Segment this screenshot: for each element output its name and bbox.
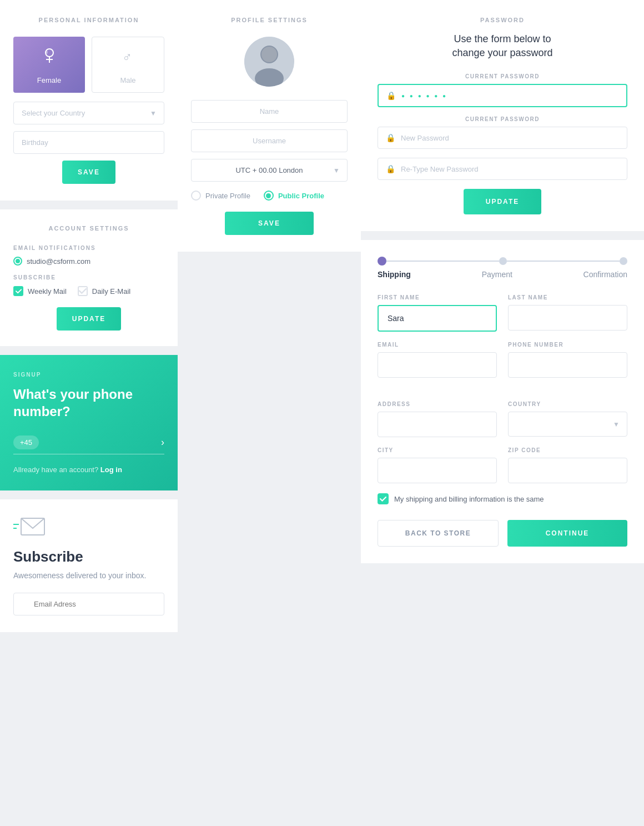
first-name-label: FIRST NAME [378, 294, 497, 301]
account-settings-title: ACCOUNT SETTINGS [13, 225, 164, 232]
retype-password-field: 🔒 Re-Type New Password [378, 158, 627, 180]
first-name-group: FIRST NAME [378, 294, 497, 332]
personal-info-title: PERSONAL INFORMATION [13, 17, 164, 23]
left-column: PERSONAL INFORMATION ♀ Female ♂ [0, 0, 178, 637]
step-dot-confirmation [620, 257, 627, 265]
address-input[interactable] [378, 412, 497, 437]
phone-text-input[interactable] [44, 438, 161, 447]
account-settings-panel: ACCOUNT SETTINGS EMAIL NOTIFICATIONS stu… [0, 209, 178, 346]
profile-settings-title: PROFILE SETTINGS [231, 17, 308, 23]
billing-checkbox[interactable] [378, 493, 389, 504]
profile-save-button[interactable]: SAVE [225, 212, 314, 235]
step-label-payment: Payment [482, 270, 512, 279]
phone-code-button[interactable]: +45 [13, 435, 39, 449]
city-group: CITY [378, 447, 497, 483]
phone-arrow-icon: › [161, 437, 164, 448]
private-profile-radio[interactable]: Private Profile [191, 191, 250, 201]
new-password-label: CURRENT PASSWORD [378, 116, 627, 122]
city-input[interactable] [378, 458, 497, 483]
svg-text:♀: ♀ [44, 49, 49, 56]
email-radio-inner [16, 259, 20, 263]
subscribe-sub: Awesomeness delivered to your inbox. [13, 570, 164, 582]
profile-inputs: UTC + 00.00 London ▼ Private Profile Pub… [191, 100, 348, 235]
male-icon: ♂ [118, 47, 138, 72]
country-select[interactable]: Select your Country [13, 102, 164, 124]
country-field-select[interactable] [508, 412, 627, 437]
already-text: Allready have an account? [13, 465, 98, 474]
step-label-confirmation: Confirmation [583, 270, 627, 279]
zip-input[interactable] [508, 458, 627, 483]
zip-label: ZIP CODE [508, 447, 627, 453]
email-radio-teal[interactable] [13, 257, 22, 266]
first-name-input[interactable] [378, 305, 497, 332]
email-input[interactable] [378, 352, 497, 378]
svg-text:♂: ♂ [122, 50, 132, 64]
contact-row: EMAIL PHONE NUMBER [378, 342, 627, 378]
subscribe-panel: Subscribe Awesomeness delivered to your … [0, 499, 178, 632]
subscribe-row: Weekly Mail Daily E-Mail [13, 286, 164, 296]
subscribe-label: SUBSCRIBE [13, 274, 164, 281]
female-label: Female [37, 76, 61, 84]
email-row: studio@csform.com [13, 257, 164, 266]
timezone-select[interactable]: UTC + 00.00 London [191, 159, 348, 182]
country-group: COUNTRY ▼ [508, 401, 627, 437]
middle-column: PROFILE SETTINGS UTC + 00.00 London ▼ [178, 0, 361, 256]
personal-info-save-button[interactable]: SAVE [62, 161, 115, 184]
email-subscribe-wrap: ✉ [13, 593, 164, 615]
shipping-panel: Shipping Payment Confirmation FIRST NAME… [361, 240, 644, 563]
profile-radio-row: Private Profile Public Profile [191, 191, 348, 201]
address-group: ADDRESS [378, 401, 497, 437]
address-row: ADDRESS COUNTRY ▼ [378, 401, 627, 437]
address-label: ADDRESS [378, 401, 497, 407]
continue-button[interactable]: CONTINUE [507, 520, 627, 547]
email-notifications-label: EMAIL NOTIFICATIONS [13, 245, 164, 251]
city-zip-row: CITY ZIP CODE [378, 447, 627, 483]
checkout-stepper [378, 257, 627, 266]
weekly-mail-item[interactable]: Weekly Mail [13, 286, 67, 296]
signup-title: What's your phone number? [13, 386, 164, 420]
right-column: PASSWORD Use the form below tochange you… [361, 0, 644, 563]
public-profile-radio[interactable]: Public Profile [264, 191, 324, 201]
signup-panel: SIGNUP What's your phone number? +45 › A… [0, 355, 178, 490]
login-link[interactable]: Log in [100, 465, 122, 474]
daily-email-label: Daily E-Mail [92, 287, 130, 296]
back-to-store-button[interactable]: BACK TO STORE [378, 520, 499, 547]
password-panel: PASSWORD Use the form below tochange you… [361, 0, 644, 231]
daily-email-checkbox[interactable] [78, 286, 88, 296]
public-profile-label: Public Profile [278, 192, 324, 200]
phone-label: PHONE NUMBER [508, 342, 627, 348]
current-password-dots: ● ● ● ● ● ● [401, 93, 618, 99]
mail-icon [13, 516, 47, 538]
avatar [244, 37, 294, 87]
public-profile-radio-inner [266, 193, 271, 198]
country-select-wrap: ▼ [508, 412, 627, 437]
billing-checkbox-row: My shipping and billing information is t… [378, 493, 627, 504]
profile-username-input[interactable] [191, 129, 348, 152]
phone-input-row: +45 › [13, 435, 164, 454]
gender-female-card[interactable]: ♀ Female [13, 37, 85, 93]
last-name-input[interactable] [508, 305, 627, 331]
retype-password-placeholder: Re-Type New Password [401, 165, 619, 173]
signup-tag: SIGNUP [13, 372, 164, 378]
lock-icon-retype: 🔒 [386, 164, 395, 173]
new-password-field: 🔒 New Password [378, 127, 627, 149]
male-label: Male [120, 76, 135, 84]
birthday-input[interactable] [13, 131, 164, 154]
email-subscribe-input[interactable] [13, 593, 164, 615]
step-label-shipping: Shipping [378, 270, 411, 279]
weekly-mail-checkbox[interactable] [13, 286, 23, 296]
public-profile-radio-circle [264, 191, 274, 201]
password-title: PASSWORD [378, 17, 627, 23]
gender-male-card[interactable]: ♂ Male [92, 37, 164, 93]
password-update-button[interactable]: UPDATE [464, 189, 541, 214]
step-dot-shipping [378, 257, 386, 266]
daily-email-item[interactable]: Daily E-Mail [78, 286, 130, 296]
account-update-button[interactable]: UPDATE [57, 307, 121, 331]
phone-input[interactable] [508, 352, 627, 378]
billing-checkmark-icon [380, 497, 386, 502]
last-name-group: LAST NAME [508, 294, 627, 332]
lock-icon-current: 🔒 [386, 91, 396, 100]
female-icon: ♀ [39, 47, 59, 72]
step-line-2 [507, 261, 620, 262]
profile-name-input[interactable] [191, 100, 348, 123]
